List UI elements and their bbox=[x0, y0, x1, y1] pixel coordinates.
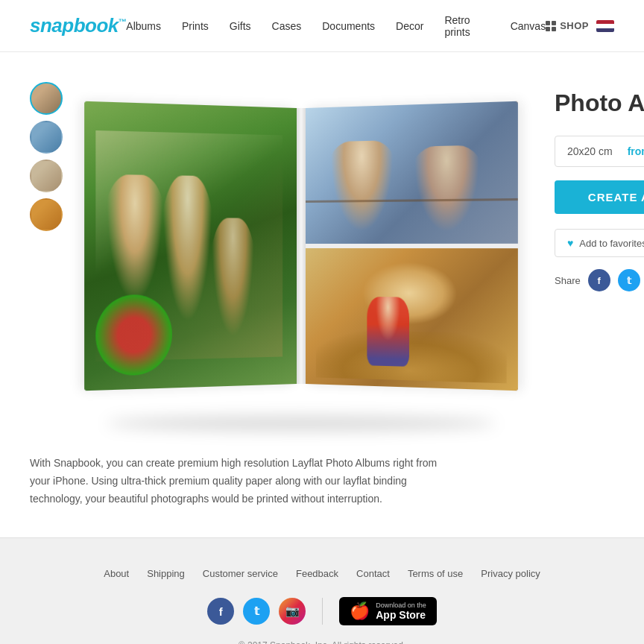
product-info: Photo Album 20x20 cm from $79.99 CREATE … bbox=[540, 75, 644, 417]
nav-retro-prints[interactable]: Retro prints bbox=[444, 14, 489, 38]
footer-shipping[interactable]: Shipping bbox=[147, 568, 185, 579]
right-page-photos bbox=[306, 101, 518, 391]
book-left-page bbox=[84, 101, 297, 391]
logo-trademark: ™ bbox=[119, 17, 127, 26]
facebook-share-button[interactable]: f bbox=[588, 269, 610, 291]
description-section: With Snapbook, you can create premium hi… bbox=[0, 440, 644, 537]
book-right-page bbox=[306, 101, 518, 391]
footer-feedback[interactable]: Feedback bbox=[296, 568, 338, 579]
footer-divider bbox=[322, 598, 323, 625]
share-row: Share f 𝕥 bbox=[555, 269, 644, 291]
thumbnail-list bbox=[30, 75, 63, 417]
nav-canvas[interactable]: Canvas bbox=[511, 20, 546, 32]
book-preview bbox=[92, 108, 510, 384]
product-title: Photo Album bbox=[555, 89, 644, 117]
us-flag[interactable] bbox=[596, 20, 614, 32]
size-price-row: 20x20 cm from $79.99 bbox=[555, 136, 644, 167]
thumbnail-1[interactable] bbox=[30, 82, 63, 115]
footer: About Shipping Customer service Feedback… bbox=[0, 537, 644, 644]
book-shadow bbox=[107, 416, 496, 431]
nav-cases[interactable]: Cases bbox=[272, 20, 302, 32]
shop-button[interactable]: SHOP bbox=[546, 20, 589, 31]
nav-decor[interactable]: Decor bbox=[396, 20, 423, 32]
nav-gifts[interactable]: Gifts bbox=[230, 20, 251, 32]
grid-icon bbox=[546, 21, 556, 31]
price-label: from $79.99 bbox=[628, 145, 644, 157]
size-label: 20x20 cm bbox=[567, 145, 613, 157]
description-text: With Snapbook, you can create premium hi… bbox=[30, 455, 447, 508]
footer-terms[interactable]: Terms of use bbox=[408, 568, 463, 579]
left-page-photo bbox=[84, 101, 297, 391]
footer-about[interactable]: About bbox=[104, 568, 129, 579]
logo-text: snapbook bbox=[30, 14, 119, 37]
nav-albums[interactable]: Albums bbox=[126, 20, 161, 32]
appstore-subtitle: Download on the bbox=[376, 602, 426, 609]
footer-links: About Shipping Customer service Feedback… bbox=[15, 568, 629, 579]
album-display bbox=[85, 75, 517, 417]
main-nav: Albums Prints Gifts Cases Documents Deco… bbox=[126, 14, 546, 38]
add-favorites-button[interactable]: ♥ Add to favorites bbox=[555, 229, 644, 257]
thumbnail-3[interactable] bbox=[30, 160, 63, 192]
share-label: Share bbox=[555, 275, 581, 286]
thumbnail-2[interactable] bbox=[30, 121, 63, 154]
footer-customer-service[interactable]: Customer service bbox=[203, 568, 278, 579]
copyright: © 2017 Snapbook, Inc. All rights reserve… bbox=[15, 640, 629, 644]
twitter-share-button[interactable]: 𝕥 bbox=[618, 269, 640, 291]
footer-twitter-button[interactable]: 𝕥 bbox=[243, 598, 270, 625]
footer-privacy[interactable]: Privacy policy bbox=[481, 568, 540, 579]
nav-prints[interactable]: Prints bbox=[182, 20, 209, 32]
create-album-button[interactable]: CREATE ALBUM bbox=[555, 180, 644, 214]
favorites-label: Add to favorites bbox=[579, 238, 644, 249]
footer-facebook-button[interactable]: f bbox=[207, 598, 234, 625]
right-top-photo bbox=[306, 101, 518, 244]
thumbnail-4[interactable] bbox=[30, 198, 63, 231]
apple-icon: 🍎 bbox=[350, 602, 370, 621]
footer-instagram-button[interactable]: 📷 bbox=[279, 598, 306, 625]
book-spine bbox=[297, 108, 306, 384]
header-right: SHOP bbox=[546, 20, 614, 32]
shop-label: SHOP bbox=[560, 20, 589, 31]
heart-icon: ♥ bbox=[567, 237, 573, 249]
main-content: Photo Album 20x20 cm from $79.99 CREATE … bbox=[0, 52, 644, 440]
nav-documents[interactable]: Documents bbox=[322, 20, 375, 32]
logo[interactable]: snapbook™ bbox=[30, 14, 126, 37]
right-bottom-photo bbox=[306, 248, 518, 391]
footer-social: f 𝕥 📷 🍎 Download on the App Store bbox=[15, 597, 629, 625]
footer-contact[interactable]: Contact bbox=[356, 568, 390, 579]
header: snapbook™ Albums Prints Gifts Cases Docu… bbox=[0, 0, 644, 52]
appstore-title: App Store bbox=[376, 609, 426, 621]
appstore-button[interactable]: 🍎 Download on the App Store bbox=[339, 597, 437, 625]
appstore-text: Download on the App Store bbox=[376, 602, 426, 621]
